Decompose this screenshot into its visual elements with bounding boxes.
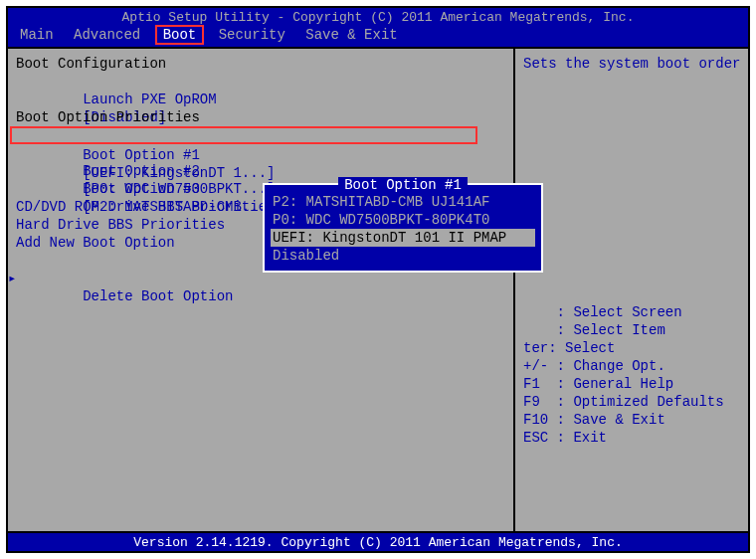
boot-option-1[interactable]: Boot Option #1 [UEFI: KingstonDT 1...] [10, 126, 477, 144]
menu-bar: Main Advanced Boot Security Save & Exit [8, 26, 748, 47]
section-boot-priorities: Boot Option Priorities [16, 108, 505, 126]
boot-option-popup: Boot Option #1 P2: MATSHITABD-CMB UJ141A… [263, 183, 543, 273]
help-esc: ESC : Exit [523, 429, 724, 447]
popup-item-uefi[interactable]: UEFI: KingstonDT 101 II PMAP [271, 229, 535, 247]
section-boot-config: Boot Configuration [16, 55, 505, 73]
popup-item-p2[interactable]: P2: MATSHITABD-CMB UJ141AF [271, 193, 535, 211]
title-bar: Aptio Setup Utility - Copyright (C) 2011… [8, 8, 748, 26]
help-select-item: : Select Item [523, 321, 724, 339]
right-panel: Sets the system boot order : Select Scre… [515, 47, 748, 531]
help-enter: ter: Select [523, 339, 724, 357]
help-f10: F10 : Save & Exit [523, 411, 724, 429]
popup-item-disabled[interactable]: Disabled [271, 247, 535, 265]
left-panel: Boot Configuration Launch PXE OpROM [Dis… [8, 47, 515, 531]
spacer [16, 91, 505, 108]
help-f9: F9 : Optimized Defaults [523, 393, 724, 411]
footer-version: Version 2.14.1219. Copyright (C) 2011 Am… [8, 531, 748, 551]
launch-pxe-oprom[interactable]: Launch PXE OpROM [Disabled] [16, 73, 505, 91]
delete-boot-option-label: Delete Boot Option [83, 288, 233, 304]
help-keys: : Select Screen : Select Item ter: Selec… [523, 303, 724, 447]
item-description: Sets the system boot order [523, 55, 740, 73]
help-select-screen: : Select Screen [523, 303, 724, 321]
boot-option-2[interactable]: Boot Option #2 [P0: WDC WD7500BPKT...] [16, 144, 505, 162]
tab-main[interactable]: Main [14, 27, 60, 43]
caret-icon: ▸ [8, 270, 16, 287]
help-f1: F1 : General Help [523, 375, 724, 393]
help-change-opt: +/- : Change Opt. [523, 357, 724, 375]
middle-area: Boot Configuration Launch PXE OpROM [Dis… [8, 47, 748, 531]
popup-item-p0[interactable]: P0: WDC WD7500BPKT-80PK4T0 [271, 211, 535, 229]
bios-window: Aptio Setup Utility - Copyright (C) 2011… [6, 6, 750, 553]
tab-advanced[interactable]: Advanced [68, 27, 146, 43]
tab-boot[interactable]: Boot [155, 25, 205, 45]
tab-security[interactable]: Security [213, 27, 291, 43]
popup-title: Boot Option #1 [271, 177, 535, 193]
tab-saveexit[interactable]: Save & Exit [299, 27, 403, 43]
